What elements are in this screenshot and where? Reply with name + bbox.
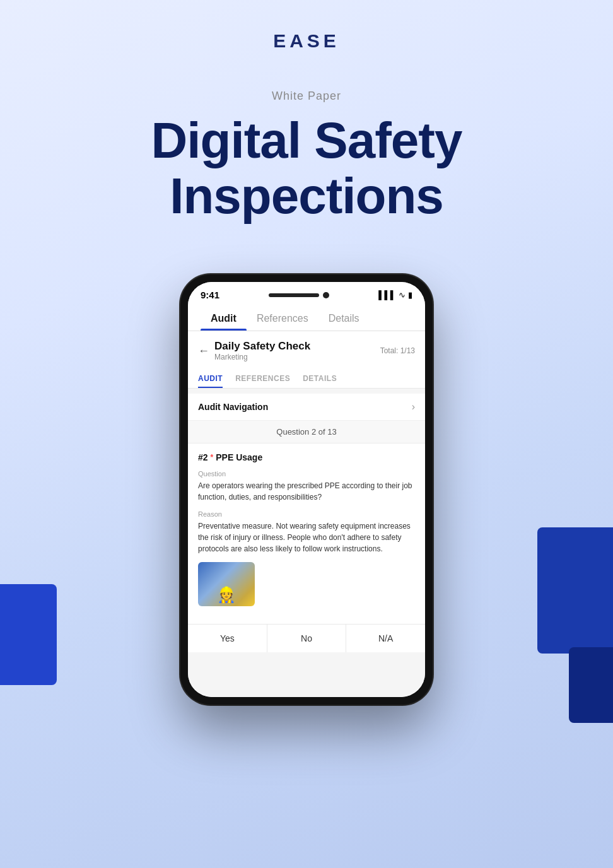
app-header-top: ← Daily Safety Check Marketing Total: 1/…	[198, 340, 415, 361]
camera-dot	[323, 292, 329, 298]
action-buttons-row: Yes No N/A	[188, 624, 425, 652]
phone-content: ← Daily Safety Check Marketing Total: 1/…	[188, 331, 425, 697]
outer-tab-references[interactable]: References	[247, 305, 318, 331]
notch-bar	[269, 293, 319, 297]
question-field-label: Question	[198, 470, 415, 478]
main-title-line2: Inspections	[170, 168, 443, 224]
inner-tab-references[interactable]: REFERENCES	[235, 369, 290, 388]
yes-button[interactable]: Yes	[188, 625, 267, 652]
required-star: *	[211, 453, 214, 462]
status-time: 9:41	[201, 290, 219, 300]
app-title: Daily Safety Check	[214, 340, 380, 353]
reason-field-label: Reason	[198, 510, 415, 518]
main-title: Digital Safety Inspections	[0, 113, 613, 224]
no-button[interactable]: No	[267, 625, 347, 652]
question-field-text: Are operators wearing the prescribed PPE…	[198, 480, 415, 503]
audit-navigation-row[interactable]: Audit Navigation ›	[188, 394, 425, 421]
outer-tab-audit[interactable]: Audit	[201, 305, 247, 331]
question-topic: PPE Usage	[216, 452, 262, 462]
wifi-icon: ∿	[399, 290, 406, 300]
phone-screen: 9:41 ▌▌▌ ∿ ▮ Audit References Details	[188, 282, 425, 697]
na-button[interactable]: N/A	[346, 625, 425, 652]
reason-field-text: Preventative measure. Not wearing safety…	[198, 520, 415, 554]
main-title-line1: Digital Safety	[151, 112, 462, 168]
outer-tab-details[interactable]: Details	[318, 305, 370, 331]
content-area: #2 * PPE Usage Question Are operators we…	[188, 443, 425, 624]
white-paper-label: White Paper	[0, 90, 613, 103]
question-counter-text: Question 2 of 13	[276, 427, 336, 437]
notch-area	[269, 292, 329, 298]
audit-navigation-label: Audit Navigation	[198, 402, 268, 412]
signal-icon: ▌▌▌	[378, 290, 396, 300]
phone-container: 9:41 ▌▌▌ ∿ ▮ Audit References Details	[0, 274, 613, 705]
logo: EASE	[273, 30, 340, 52]
back-button[interactable]: ←	[198, 344, 209, 358]
status-bar: 9:41 ▌▌▌ ∿ ▮	[188, 282, 425, 305]
total-badge: Total: 1/13	[380, 346, 415, 355]
phone-device: 9:41 ▌▌▌ ∿ ▮ Audit References Details	[180, 274, 433, 705]
back-arrow-icon: ←	[198, 344, 209, 358]
chevron-right-icon: ›	[412, 401, 415, 413]
status-icons: ▌▌▌ ∿ ▮	[378, 290, 412, 300]
question-counter-row: Question 2 of 13	[188, 421, 425, 443]
outer-tab-bar: Audit References Details	[188, 305, 425, 331]
app-header: ← Daily Safety Check Marketing Total: 1/…	[188, 331, 425, 389]
page-header: EASE White Paper Digital Safety Inspecti…	[0, 0, 613, 224]
inner-tab-bar: AUDIT REFERENCES DETAILS	[198, 369, 415, 388]
app-subtitle: Marketing	[214, 353, 380, 361]
battery-icon: ▮	[408, 290, 412, 300]
inner-tab-details[interactable]: DETAILS	[303, 369, 337, 388]
question-title: #2 * PPE Usage	[198, 452, 415, 462]
worker-image	[198, 562, 255, 606]
inner-tab-audit[interactable]: AUDIT	[198, 369, 223, 388]
question-number: #2	[198, 452, 208, 462]
app-title-group: Daily Safety Check Marketing	[214, 340, 380, 361]
